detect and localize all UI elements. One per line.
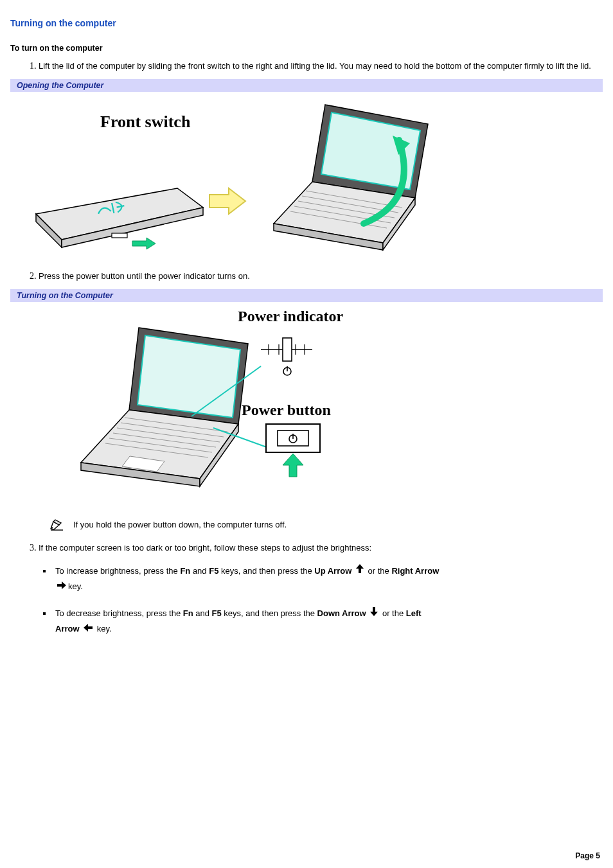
bullet-increase: To increase brightness, press the Fn and… [53,563,603,595]
svg-rect-3 [112,233,127,238]
step-1: Lift the lid of the computer by sliding … [39,60,603,73]
section-title: Turning on the computer [10,18,603,28]
step-3: If the computer screen is too dark or to… [39,542,603,554]
opening-computer-illustration: Front switch [10,92,447,259]
figure2: Power indicator Power button [10,302,603,508]
power-button-label: Power button [242,402,331,418]
svg-rect-34 [283,338,292,361]
svg-marker-5 [209,188,245,214]
step-2: Press the power button until the power i… [39,270,603,283]
bullet-decrease: To decrease brightness, press the Fn and… [53,606,603,637]
step-3-text: If the computer screen is too dark or to… [39,542,603,554]
note-row: If you hold the power button down, the c… [50,519,603,531]
svg-marker-43 [283,454,303,477]
page-footer: Page 5 [575,851,600,860]
up-arrow-icon [355,563,364,578]
left-arrow-icon [83,622,93,637]
figure1: Front switch [10,92,603,259]
svg-marker-4 [132,238,155,249]
front-switch-label: Front switch [100,112,191,131]
figure2-caption: Turning on the Computer [10,289,603,302]
power-indicator-label: Power indicator [238,308,344,324]
step-1-text: Lift the lid of the computer by sliding … [39,60,603,73]
down-arrow-icon [369,607,378,621]
note-pencil-icon [50,519,64,531]
turning-on-illustration: Power indicator Power button [10,302,422,508]
figure1-caption: Opening the Computer [10,79,603,92]
sub-heading: To turn on the computer [10,44,603,53]
note-text: If you hold the power button down, the c… [73,520,287,529]
step-2-text: Press the power button until the power i… [39,270,603,283]
right-arrow-icon [57,580,67,594]
svg-marker-18 [138,335,240,418]
